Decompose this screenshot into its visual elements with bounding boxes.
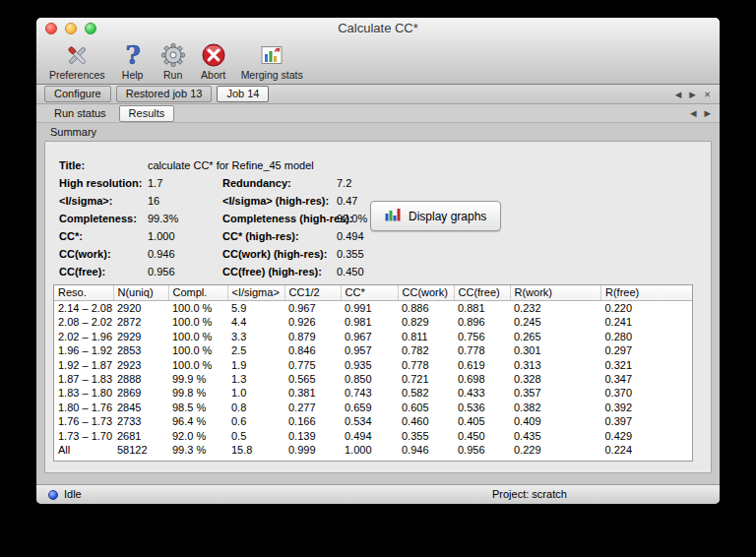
table-column-header[interactable]: CC(work) — [398, 285, 454, 301]
toolbar-item-label: Abort — [201, 69, 225, 81]
summary-value: 0.450 — [337, 266, 711, 278]
cell-ccstar: 0.659 — [341, 401, 398, 414]
cell-compl: 98.5 % — [168, 401, 227, 414]
cell-ccstar: 0.981 — [341, 315, 398, 329]
cell-cc12: 0.166 — [284, 414, 341, 428]
table-column-header[interactable]: R(work) — [510, 285, 601, 301]
table-column-header[interactable]: R(free) — [601, 285, 693, 301]
cell-compl: 100.0 % — [168, 343, 227, 357]
job-tab-controls: ◀ ▶ ✕ — [675, 85, 711, 103]
window-chrome: Calculate CC* Preferences ? — [36, 18, 720, 85]
run-button[interactable]: Run — [158, 40, 189, 82]
title-bar[interactable]: Calculate CC* — [36, 18, 720, 39]
result-tab-controls: ◀ ▶ — [690, 104, 711, 122]
subtab-scroll-right-icon[interactable]: ▶ — [704, 108, 711, 118]
table-row[interactable]: 1.92 – 1.87 2923 100.0 % 1.9 0.775 0.935… — [54, 358, 692, 372]
cell-nuniq: 2869 — [113, 386, 168, 400]
window-title: Calculate CC* — [36, 18, 720, 39]
table-column-header[interactable]: N(uniq) — [113, 285, 168, 301]
table-column-header[interactable]: Compl. — [168, 285, 227, 301]
cell-cc12: 0.565 — [284, 372, 341, 386]
abort-button[interactable]: Abort — [198, 40, 229, 82]
tab-scroll-right-icon[interactable]: ▶ — [689, 90, 696, 99]
table-row[interactable]: 1.87 – 1.83 2888 99.9 % 1.3 0.565 0.850 … — [54, 372, 692, 386]
table-row[interactable]: 1.83 – 1.80 2869 99.8 % 1.0 0.381 0.743 … — [54, 386, 692, 400]
status-bar: Idle Project: scratch — [36, 484, 720, 504]
tab-run-status[interactable]: Run status — [44, 105, 116, 122]
table-column-header[interactable]: Reso. — [54, 285, 113, 301]
cell-nuniq: 2923 — [113, 358, 168, 372]
tab-restored-job-13[interactable]: Restored job 13 — [116, 86, 213, 102]
summary-label: CC(free) (high-res): — [222, 266, 337, 278]
cell-rfree: 0.224 — [601, 443, 693, 457]
cell-isigma: 3.3 — [227, 330, 284, 343]
cell-rwork: 0.265 — [510, 330, 601, 343]
table-row[interactable]: 1.73 – 1.70 2681 92.0 % 0.5 0.139 0.494 … — [54, 429, 692, 443]
cell-compl: 100.0 % — [168, 358, 227, 372]
table-column-header[interactable]: CC* — [341, 285, 398, 301]
help-button[interactable]: ? Help — [117, 40, 149, 82]
statistics-table-container: Reso.N(uniq)Compl.<I/sigma>CC1/2CC*CC(wo… — [53, 284, 693, 462]
statistics-table: Reso.N(uniq)Compl.<I/sigma>CC1/2CC*CC(wo… — [54, 285, 692, 457]
table-row[interactable]: 1.96 – 1.92 2853 100.0 % 2.5 0.846 0.957… — [54, 343, 692, 357]
table-column-header[interactable]: <I/sigma> — [227, 285, 284, 301]
preferences-tools-icon — [64, 41, 91, 69]
table-row[interactable]: 2.02 – 1.96 2929 100.0 % 3.3 0.879 0.967… — [54, 330, 692, 343]
tab-configure[interactable]: Configure — [44, 86, 111, 102]
tab-close-icon[interactable]: ✕ — [704, 90, 711, 99]
cell-ccstar: 0.991 — [341, 301, 398, 316]
summary-label: CC* (high-res): — [222, 230, 337, 242]
table-column-header[interactable]: CC1/2 — [284, 285, 341, 301]
cell-ccfree: 0.896 — [454, 315, 510, 329]
close-window-button[interactable] — [45, 23, 57, 34]
table-row[interactable]: All 58122 99.3 % 15.8 0.999 1.000 0.946 … — [54, 443, 692, 457]
cell-rfree: 0.220 — [601, 301, 693, 316]
cell-isigma: 4.4 — [227, 315, 284, 329]
summary-value: 0.355 — [337, 248, 711, 260]
cell-rwork: 0.328 — [510, 372, 601, 386]
toolbar-item-label: Run — [163, 69, 182, 81]
cell-isigma: 15.8 — [227, 443, 284, 457]
tab-scroll-left-icon[interactable]: ◀ — [675, 90, 682, 99]
cell-ccstar: 0.743 — [341, 386, 398, 400]
summary-value: calculate CC* for Refine_45 model — [148, 159, 711, 171]
subtab-scroll-left-icon[interactable]: ◀ — [690, 108, 697, 118]
cell-rwork: 0.357 — [510, 386, 601, 400]
table-row[interactable]: 2.14 – 2.08 2920 100.0 % 5.9 0.967 0.991… — [54, 301, 692, 316]
tab-results[interactable]: Results — [119, 105, 175, 122]
cell-ccfree: 0.405 — [454, 414, 510, 428]
cell-reso: All — [54, 443, 113, 457]
table-row[interactable]: 1.76 – 1.73 2733 96.4 % 0.6 0.166 0.534 … — [54, 414, 692, 428]
summary-row: CC(free): 0.956 CC(free) (high-res): 0.4… — [59, 263, 711, 280]
cell-ccfree: 0.536 — [454, 401, 510, 414]
toolbar: Preferences ? Help — [36, 39, 720, 82]
cell-isigma: 5.9 — [227, 301, 284, 316]
minimize-window-button[interactable] — [65, 23, 77, 34]
cell-isigma: 0.6 — [227, 414, 284, 428]
table-column-header[interactable]: CC(free) — [454, 285, 510, 301]
table-row[interactable]: 1.80 – 1.76 2845 98.5 % 0.8 0.277 0.659 … — [54, 401, 692, 414]
table-row[interactable]: 2.08 – 2.02 2872 100.0 % 4.4 0.926 0.981… — [54, 315, 692, 329]
traffic-lights — [45, 23, 96, 34]
merging-stats-button[interactable]: Merging stats — [238, 40, 306, 82]
zoom-window-button[interactable] — [85, 23, 96, 34]
cell-ccfree: 0.778 — [454, 343, 510, 357]
cell-reso: 1.83 – 1.80 — [54, 386, 113, 400]
status-led-icon — [48, 490, 58, 500]
cell-rwork: 0.301 — [510, 343, 601, 357]
cell-isigma: 1.9 — [227, 358, 284, 372]
cell-reso: 1.87 – 1.83 — [54, 372, 113, 386]
tab-summary[interactable]: Summary — [50, 126, 96, 138]
toolbar-item-label: Merging stats — [241, 69, 303, 81]
cell-nuniq: 2733 — [113, 414, 168, 428]
preferences-button[interactable]: Preferences — [46, 40, 108, 82]
cell-cc12: 0.967 — [284, 301, 341, 316]
cell-ccwork: 0.829 — [398, 315, 454, 329]
tab-job-14[interactable]: Job 14 — [217, 86, 269, 102]
cell-reso: 2.08 – 2.02 — [54, 315, 113, 329]
cell-compl: 100.0 % — [168, 301, 227, 316]
summary-value: 0.956 — [148, 266, 222, 278]
cell-ccstar: 0.534 — [341, 414, 398, 428]
display-graphs-button[interactable]: Display graphs — [370, 201, 501, 231]
cell-compl: 99.9 % — [168, 372, 227, 386]
